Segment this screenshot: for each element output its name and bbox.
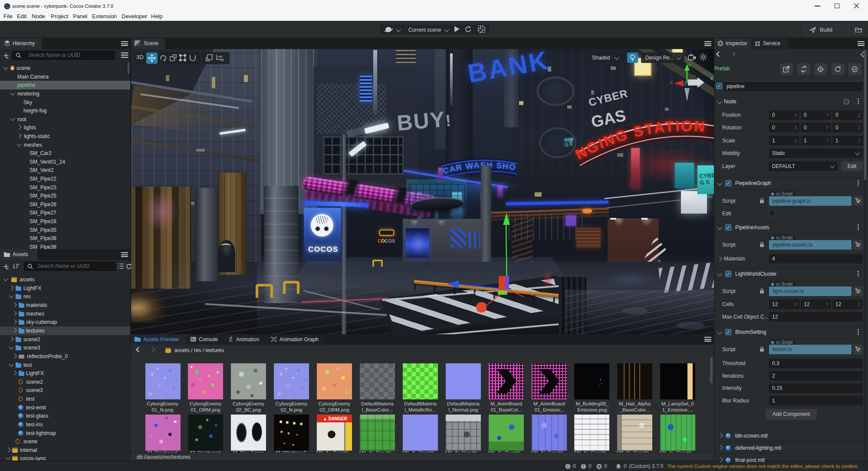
svg-text:Y: Y	[688, 63, 691, 68]
svg-text:X: X	[670, 80, 673, 85]
svg-text:F: F	[710, 76, 713, 81]
svg-text:i: i	[567, 464, 568, 469]
svg-text:!: !	[583, 464, 584, 469]
svg-text:?: ?	[845, 99, 847, 104]
